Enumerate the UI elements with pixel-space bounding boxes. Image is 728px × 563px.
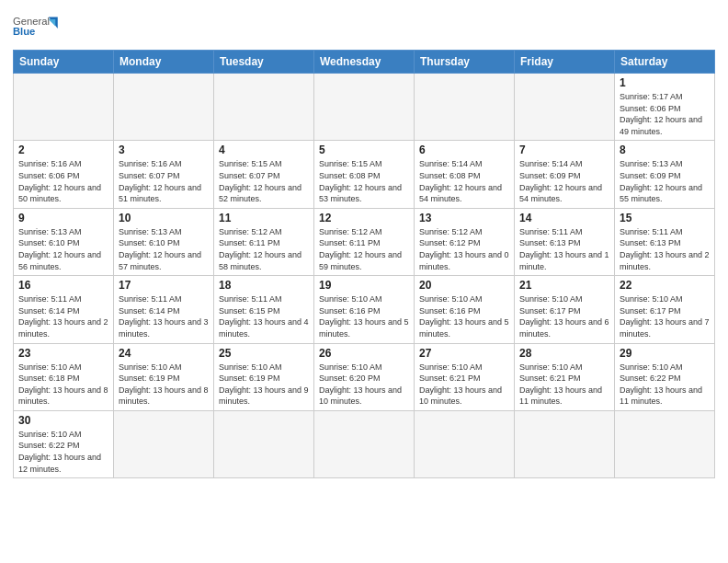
day-number: 10 <box>119 212 209 224</box>
day-number: 18 <box>219 279 309 292</box>
day-number: 12 <box>319 212 409 224</box>
calendar-cell: 28Sunrise: 5:10 AMSunset: 6:21 PMDayligh… <box>515 343 615 410</box>
calendar-cell: 20Sunrise: 5:10 AMSunset: 6:16 PMDayligh… <box>415 276 515 343</box>
day-number: 15 <box>620 212 710 224</box>
svg-text:General: General <box>13 16 50 27</box>
day-info: Sunrise: 5:10 AMSunset: 6:18 PMDaylight:… <box>18 362 108 408</box>
day-info: Sunrise: 5:10 AMSunset: 6:20 PMDaylight:… <box>319 362 409 408</box>
day-number: 7 <box>519 144 609 156</box>
weekday-header-friday: Friday <box>515 51 615 74</box>
day-info: Sunrise: 5:10 AMSunset: 6:16 PMDaylight:… <box>319 293 409 339</box>
page-header: General Blue <box>13 9 715 44</box>
day-number: 13 <box>419 212 509 224</box>
day-info: Sunrise: 5:15 AMSunset: 6:07 PMDaylight:… <box>219 158 309 204</box>
calendar-cell: 30Sunrise: 5:10 AMSunset: 6:22 PMDayligh… <box>14 410 114 477</box>
calendar-cell <box>515 410 615 477</box>
day-info: Sunrise: 5:16 AMSunset: 6:06 PMDaylight:… <box>18 158 108 204</box>
calendar-cell: 9Sunrise: 5:13 AMSunset: 6:10 PMDaylight… <box>14 208 114 275</box>
calendar-cell: 27Sunrise: 5:10 AMSunset: 6:21 PMDayligh… <box>415 343 515 410</box>
calendar-cell: 14Sunrise: 5:11 AMSunset: 6:13 PMDayligh… <box>515 208 615 275</box>
calendar-cell: 23Sunrise: 5:10 AMSunset: 6:18 PMDayligh… <box>14 343 114 410</box>
calendar-cell <box>214 410 314 477</box>
day-number: 14 <box>519 212 609 224</box>
day-number: 11 <box>219 212 309 224</box>
day-info: Sunrise: 5:11 AMSunset: 6:13 PMDaylight:… <box>519 226 609 272</box>
day-number: 27 <box>419 347 509 360</box>
day-info: Sunrise: 5:10 AMSunset: 6:17 PMDaylight:… <box>620 293 710 339</box>
day-number: 23 <box>18 347 108 360</box>
calendar-cell: 13Sunrise: 5:12 AMSunset: 6:12 PMDayligh… <box>415 208 515 275</box>
day-info: Sunrise: 5:11 AMSunset: 6:15 PMDaylight:… <box>219 293 309 339</box>
calendar-week-4: 23Sunrise: 5:10 AMSunset: 6:18 PMDayligh… <box>14 343 715 410</box>
calendar-week-5: 30Sunrise: 5:10 AMSunset: 6:22 PMDayligh… <box>14 410 715 477</box>
day-info: Sunrise: 5:10 AMSunset: 6:21 PMDaylight:… <box>419 362 509 408</box>
calendar-cell: 18Sunrise: 5:11 AMSunset: 6:15 PMDayligh… <box>214 276 314 343</box>
day-info: Sunrise: 5:17 AMSunset: 6:06 PMDaylight:… <box>620 91 710 137</box>
day-number: 3 <box>119 144 209 156</box>
calendar-cell <box>114 74 214 141</box>
calendar-cell <box>415 410 515 477</box>
calendar-cell: 15Sunrise: 5:11 AMSunset: 6:13 PMDayligh… <box>615 208 715 275</box>
day-number: 1 <box>620 76 710 89</box>
calendar-cell: 3Sunrise: 5:16 AMSunset: 6:07 PMDaylight… <box>114 141 214 208</box>
day-number: 29 <box>620 347 710 360</box>
day-info: Sunrise: 5:10 AMSunset: 6:22 PMDaylight:… <box>620 362 710 408</box>
calendar-cell: 22Sunrise: 5:10 AMSunset: 6:17 PMDayligh… <box>615 276 715 343</box>
weekday-header-thursday: Thursday <box>415 51 515 74</box>
weekday-header-monday: Monday <box>114 51 214 74</box>
day-number: 8 <box>620 144 710 156</box>
calendar-cell: 29Sunrise: 5:10 AMSunset: 6:22 PMDayligh… <box>615 343 715 410</box>
calendar-cell <box>14 74 114 141</box>
day-number: 5 <box>319 144 409 156</box>
day-number: 9 <box>18 212 108 224</box>
day-info: Sunrise: 5:15 AMSunset: 6:08 PMDaylight:… <box>319 158 409 204</box>
calendar-cell: 1Sunrise: 5:17 AMSunset: 6:06 PMDaylight… <box>615 74 715 141</box>
day-info: Sunrise: 5:10 AMSunset: 6:21 PMDaylight:… <box>519 362 609 408</box>
calendar-cell: 12Sunrise: 5:12 AMSunset: 6:11 PMDayligh… <box>314 208 415 275</box>
day-info: Sunrise: 5:10 AMSunset: 6:17 PMDaylight:… <box>519 293 609 339</box>
weekday-header-saturday: Saturday <box>615 51 715 74</box>
day-info: Sunrise: 5:12 AMSunset: 6:11 PMDaylight:… <box>319 226 409 272</box>
day-number: 19 <box>319 279 409 292</box>
day-number: 2 <box>18 144 108 156</box>
weekday-header-row: SundayMondayTuesdayWednesdayThursdayFrid… <box>14 51 715 74</box>
calendar-cell <box>314 410 415 477</box>
calendar-cell: 16Sunrise: 5:11 AMSunset: 6:14 PMDayligh… <box>14 276 114 343</box>
calendar-week-2: 9Sunrise: 5:13 AMSunset: 6:10 PMDaylight… <box>14 208 715 275</box>
day-number: 21 <box>519 279 609 292</box>
day-number: 25 <box>219 347 309 360</box>
logo: General Blue <box>13 9 59 44</box>
calendar-cell: 21Sunrise: 5:10 AMSunset: 6:17 PMDayligh… <box>515 276 615 343</box>
calendar-cell <box>515 74 615 141</box>
day-number: 4 <box>219 144 309 156</box>
day-info: Sunrise: 5:12 AMSunset: 6:12 PMDaylight:… <box>419 226 509 272</box>
calendar-cell: 2Sunrise: 5:16 AMSunset: 6:06 PMDaylight… <box>14 141 114 208</box>
day-number: 16 <box>18 279 108 292</box>
calendar-cell: 6Sunrise: 5:14 AMSunset: 6:08 PMDaylight… <box>415 141 515 208</box>
calendar-cell: 11Sunrise: 5:12 AMSunset: 6:11 PMDayligh… <box>214 208 314 275</box>
calendar-cell <box>615 410 715 477</box>
day-number: 6 <box>419 144 509 156</box>
day-number: 30 <box>18 414 108 427</box>
calendar-cell: 5Sunrise: 5:15 AMSunset: 6:08 PMDaylight… <box>314 141 415 208</box>
calendar-cell: 7Sunrise: 5:14 AMSunset: 6:09 PMDaylight… <box>515 141 615 208</box>
day-number: 20 <box>419 279 509 292</box>
day-info: Sunrise: 5:11 AMSunset: 6:13 PMDaylight:… <box>620 226 710 272</box>
calendar-cell: 19Sunrise: 5:10 AMSunset: 6:16 PMDayligh… <box>314 276 415 343</box>
calendar-week-0: 1Sunrise: 5:17 AMSunset: 6:06 PMDaylight… <box>14 74 715 141</box>
day-info: Sunrise: 5:10 AMSunset: 6:22 PMDaylight:… <box>18 429 108 475</box>
calendar-cell <box>214 74 314 141</box>
calendar-cell: 17Sunrise: 5:11 AMSunset: 6:14 PMDayligh… <box>114 276 214 343</box>
weekday-header-sunday: Sunday <box>14 51 114 74</box>
calendar-cell <box>114 410 214 477</box>
day-number: 24 <box>119 347 209 360</box>
calendar-cell: 26Sunrise: 5:10 AMSunset: 6:20 PMDayligh… <box>314 343 415 410</box>
day-info: Sunrise: 5:10 AMSunset: 6:19 PMDaylight:… <box>219 362 309 408</box>
calendar-cell: 24Sunrise: 5:10 AMSunset: 6:19 PMDayligh… <box>114 343 214 410</box>
day-info: Sunrise: 5:10 AMSunset: 6:19 PMDaylight:… <box>119 362 209 408</box>
calendar-week-3: 16Sunrise: 5:11 AMSunset: 6:14 PMDayligh… <box>14 276 715 343</box>
weekday-header-tuesday: Tuesday <box>214 51 314 74</box>
weekday-header-wednesday: Wednesday <box>314 51 415 74</box>
day-info: Sunrise: 5:14 AMSunset: 6:08 PMDaylight:… <box>419 158 509 204</box>
calendar-cell: 4Sunrise: 5:15 AMSunset: 6:07 PMDaylight… <box>214 141 314 208</box>
